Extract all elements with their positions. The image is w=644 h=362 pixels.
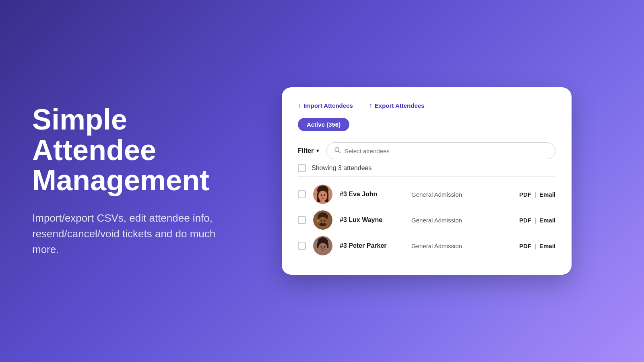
active-badge-button[interactable]: Active (356) bbox=[298, 118, 349, 131]
svg-point-27 bbox=[321, 246, 322, 248]
svg-line-1 bbox=[339, 151, 340, 153]
svg-point-28 bbox=[324, 246, 325, 248]
svg-point-8 bbox=[321, 194, 322, 196]
email-button-1[interactable]: Email bbox=[539, 191, 555, 198]
right-section: ↓ Import Attendees ↑ Export Attendees Ac… bbox=[242, 87, 612, 275]
svg-rect-30 bbox=[320, 252, 325, 255]
table-row: #3 Eva John General Admission PDF | Emai… bbox=[298, 185, 555, 204]
pdf-button-2[interactable]: PDF bbox=[519, 217, 531, 224]
attendee-checkbox-3[interactable] bbox=[298, 242, 306, 250]
left-section: Simple Attendee Management Import/export… bbox=[32, 105, 242, 257]
svg-point-10 bbox=[322, 196, 324, 197]
search-box[interactable] bbox=[326, 142, 555, 159]
attendee-checkbox-2[interactable] bbox=[298, 216, 306, 224]
attendee-list: #3 Eva John General Admission PDF | Emai… bbox=[298, 185, 555, 255]
attendee-type-3: General Admission bbox=[411, 243, 512, 249]
pdf-button-3[interactable]: PDF bbox=[519, 243, 531, 249]
svg-point-29 bbox=[322, 248, 324, 249]
separator-2: | bbox=[535, 217, 536, 224]
attendee-name-1: #3 Eva John bbox=[340, 191, 404, 198]
attendee-actions-2: PDF | Email bbox=[519, 217, 555, 224]
attendee-type-1: General Admission bbox=[411, 191, 512, 198]
import-icon: ↓ bbox=[298, 102, 301, 109]
showing-count-text: Showing 3 attendees bbox=[312, 165, 372, 172]
svg-point-7 bbox=[318, 191, 327, 201]
svg-point-20 bbox=[317, 220, 319, 222]
attendee-checkbox-1[interactable] bbox=[298, 190, 306, 198]
pdf-button-1[interactable]: PDF bbox=[519, 191, 531, 198]
export-icon: ↑ bbox=[369, 102, 372, 109]
search-input[interactable] bbox=[345, 148, 548, 154]
attendee-name-3: #3 Peter Parker bbox=[340, 242, 404, 249]
filter-label[interactable]: Filter ▼ bbox=[298, 147, 320, 154]
panel-toolbar: ↓ Import Attendees ↑ Export Attendees bbox=[298, 102, 555, 109]
svg-point-17 bbox=[324, 220, 325, 222]
attendee-panel: ↓ Import Attendees ↑ Export Attendees Ac… bbox=[282, 87, 572, 275]
table-row: #3 Peter Parker General Admission PDF | … bbox=[298, 236, 555, 255]
attendee-actions-1: PDF | Email bbox=[519, 191, 555, 198]
filter-chevron-icon: ▼ bbox=[315, 148, 320, 154]
svg-rect-19 bbox=[320, 226, 325, 230]
attendee-name-2: #3 Lux Wayne bbox=[340, 216, 404, 224]
svg-point-16 bbox=[321, 220, 322, 222]
showing-row: Showing 3 attendees bbox=[298, 164, 555, 172]
hero-description: Import/export CSVs, edit attendee info, … bbox=[32, 210, 225, 257]
table-row: #3 Lux Wayne General Admission PDF | Ema… bbox=[298, 210, 555, 230]
avatar bbox=[313, 185, 332, 204]
select-all-checkbox[interactable] bbox=[298, 164, 306, 172]
search-icon bbox=[334, 147, 341, 155]
separator-3: | bbox=[535, 243, 536, 249]
svg-point-9 bbox=[324, 194, 325, 196]
avatar bbox=[313, 210, 332, 230]
divider bbox=[298, 176, 555, 177]
attendee-type-2: General Admission bbox=[411, 217, 512, 224]
filter-row: Filter ▼ bbox=[298, 142, 555, 159]
separator-1: | bbox=[535, 191, 536, 198]
svg-rect-11 bbox=[320, 201, 325, 204]
email-button-3[interactable]: Email bbox=[539, 243, 555, 249]
import-attendees-button[interactable]: ↓ Import Attendees bbox=[298, 102, 353, 109]
avatar bbox=[313, 236, 332, 255]
svg-point-26 bbox=[318, 243, 327, 253]
export-attendees-button[interactable]: ↑ Export Attendees bbox=[369, 102, 425, 109]
hero-title: Simple Attendee Management bbox=[32, 105, 225, 196]
attendee-actions-3: PDF | Email bbox=[519, 243, 555, 249]
email-button-2[interactable]: Email bbox=[539, 217, 555, 224]
